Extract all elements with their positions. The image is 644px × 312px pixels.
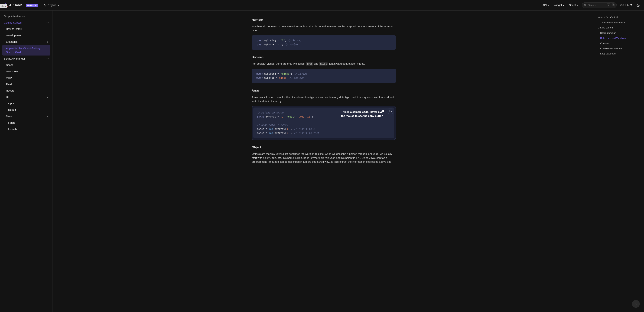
sidebar-item-label: Field	[6, 82, 12, 86]
sidebar-item-label: How to install	[6, 27, 22, 31]
toc-item-2[interactable]: Getting started	[598, 25, 641, 30]
copy-button[interactable]	[388, 108, 393, 114]
annotation-text: This is a sample code. Hover over the mo…	[341, 110, 387, 118]
sidebar-item-11[interactable]: Record	[2, 88, 50, 94]
sidebar-item-8[interactable]: Datasheet	[2, 68, 50, 75]
demo-code-wrapper: // Define an Array const myArray = [1, "…	[252, 106, 396, 140]
sidebar-item-label: Appendix: JavaScript Getting Started Gui…	[6, 46, 49, 54]
sidebar-item-label: UI	[6, 95, 8, 99]
sidebar-item-label: View	[6, 76, 12, 80]
main-content: Number Numbers do not need to be enclose…	[53, 10, 595, 312]
theme-toggle[interactable]	[636, 3, 640, 8]
sidebar-item-7[interactable]: Space	[2, 62, 50, 68]
sidebar-item-label: Datasheet	[6, 70, 18, 74]
code-block-boolean: const myString = "false"; // String cons…	[252, 69, 396, 83]
github-link[interactable]: GitHub	[620, 3, 632, 7]
toc-item-6[interactable]: Conditional statement	[598, 46, 641, 51]
code-block-number: const myString = "1"; // String const my…	[252, 35, 396, 50]
sidebar-item-label: Space	[6, 63, 14, 67]
sidebar-item-13[interactable]: Input	[2, 100, 50, 107]
nav-script[interactable]: Script	[569, 3, 578, 7]
sidebar-item-label: Script introduction	[4, 14, 25, 18]
copy-pill: Copy	[0, 4, 8, 8]
toc-item-4[interactable]: Data types and Variables	[598, 36, 641, 41]
chevron-down-icon	[46, 22, 49, 24]
chevron-down-icon	[548, 4, 549, 6]
sidebar-item-10[interactable]: Field	[2, 81, 50, 88]
paragraph-object: Objects are the way JavaScript describes…	[252, 152, 396, 164]
paragraph-number: Numbers do not need to be enclosed in si…	[252, 24, 396, 32]
sidebar-item-4[interactable]: Examples	[2, 39, 50, 45]
nav-widget-label: Widget	[554, 3, 562, 7]
svg-point-0	[584, 4, 586, 6]
paragraph-array: Array is a little more complex than the …	[252, 95, 396, 103]
external-link-icon	[630, 4, 632, 6]
toc-item-0[interactable]: What is JavaScript?	[598, 15, 641, 20]
sidebar-item-label: Script API Manual	[4, 57, 25, 61]
sidebar-item-label: Examples	[6, 40, 18, 44]
heading-number: Number	[252, 18, 396, 22]
sidebar-item-label: Fetch	[8, 121, 15, 125]
search-input[interactable]	[588, 4, 605, 7]
sidebar-item-14[interactable]: Output	[2, 107, 50, 113]
sidebar-item-label: Getting Started	[4, 21, 22, 25]
sidebar-item-3[interactable]: Development	[2, 32, 50, 39]
toc-item-7[interactable]: Loop statement	[598, 51, 641, 56]
translate-icon	[44, 4, 47, 7]
heading-object: Object	[252, 145, 396, 150]
developer-badge: DEVELOPER	[26, 4, 38, 7]
sidebar-item-16[interactable]: Fetch	[2, 120, 50, 126]
sidebar-item-5[interactable]: Appendix: JavaScript Getting Started Gui…	[2, 45, 50, 56]
sidebar-item-6[interactable]: Script API Manual	[2, 56, 50, 62]
chevron-down-icon	[46, 96, 49, 98]
scroll-top-button[interactable]	[632, 300, 640, 308]
copy-icon	[389, 110, 392, 112]
chevron-down-icon	[58, 4, 59, 6]
toc-item-5[interactable]: Operator	[598, 41, 641, 46]
sidebar-item-1[interactable]: Getting Started	[2, 20, 50, 26]
sidebar-item-2[interactable]: How to install	[2, 26, 50, 32]
code-true: true	[306, 62, 313, 66]
chevron-down-icon	[576, 4, 578, 6]
topbar: APITable DEVELOPER English API Widget Sc…	[0, 0, 644, 10]
sidebar: Script introductionGetting StartedHow to…	[0, 10, 53, 312]
chevron-up-icon	[634, 302, 638, 306]
sidebar-item-9[interactable]: View	[2, 75, 50, 81]
nav-api-label: API	[542, 3, 547, 7]
chevron-down-icon	[563, 4, 564, 6]
nav-api[interactable]: API	[542, 3, 549, 7]
nav-script-label: Script	[569, 3, 576, 7]
language-select[interactable]: English	[44, 3, 59, 7]
search-box[interactable]: ⌘ K	[582, 2, 617, 8]
heading-array: Array	[252, 88, 396, 93]
chevron-down-icon	[46, 58, 49, 60]
sidebar-item-12[interactable]: UI	[2, 94, 50, 100]
kbd-k: K	[612, 4, 615, 7]
sidebar-item-label: Input	[8, 102, 14, 106]
sidebar-item-17[interactable]: Lodash	[2, 126, 50, 132]
sidebar-item-label: Lodash	[8, 127, 17, 131]
toc-item-3[interactable]: Basic grammar	[598, 30, 641, 36]
logo-text: APITable	[9, 3, 22, 8]
sidebar-item-label: Development	[6, 34, 22, 38]
nav-links: API Widget Script	[542, 3, 578, 7]
code-false: false	[319, 62, 328, 66]
toc-item-1[interactable]: Tutorial recommendation	[598, 20, 641, 25]
language-label: English	[48, 3, 56, 7]
table-of-contents: What is JavaScript?Tutorial recommendati…	[595, 10, 644, 312]
kbd-cmd: ⌘	[607, 4, 610, 7]
sidebar-item-label: Record	[6, 89, 14, 93]
sidebar-item-label: Output	[8, 108, 16, 112]
moon-icon	[636, 4, 640, 7]
sidebar-item-label: More	[6, 114, 12, 118]
sidebar-item-15[interactable]: More	[2, 113, 50, 120]
github-label: GitHub	[620, 3, 628, 7]
sidebar-item-0[interactable]: Script introduction	[2, 13, 50, 20]
svg-rect-1	[390, 111, 392, 112]
nav-widget[interactable]: Widget	[554, 3, 564, 7]
search-icon	[584, 4, 586, 6]
chevron-right-icon	[46, 41, 49, 43]
paragraph-boolean: For Boolean values, there are only two c…	[252, 62, 396, 66]
chevron-down-icon	[46, 115, 49, 117]
heading-boolean: Boolean	[252, 55, 396, 60]
